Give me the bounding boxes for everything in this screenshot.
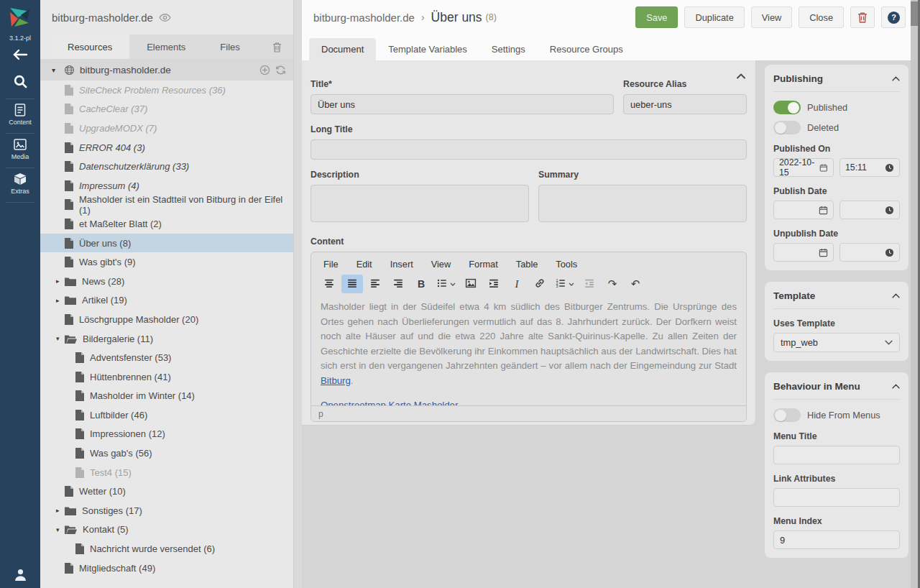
tab-settings[interactable]: Settings: [479, 38, 538, 60]
chevron-up-icon[interactable]: [892, 384, 900, 389]
tab-resource-groups[interactable]: Resource Groups: [538, 38, 635, 60]
link-attributes-input[interactable]: [773, 488, 900, 507]
editor-list-ul-button[interactable]: [433, 275, 459, 293]
editor-menu-tools[interactable]: Tools: [556, 259, 577, 270]
editor-image-button[interactable]: [460, 275, 482, 293]
editor-outdent-button[interactable]: [579, 275, 600, 293]
tree-item[interactable]: ERROR 404 (3): [40, 138, 293, 157]
editor-align-right-button[interactable]: [387, 275, 409, 293]
chevron-up-icon[interactable]: [892, 293, 900, 298]
expand-icon[interactable]: ▸: [56, 277, 65, 285]
modx-logo-icon[interactable]: [7, 5, 33, 31]
editor-content[interactable]: Masholder liegt in der Südeifel etwa 4 k…: [311, 298, 746, 405]
breadcrumb[interactable]: bitburg-masholder.de: [313, 12, 415, 24]
tree-item[interactable]: Impressionen (12): [40, 425, 293, 444]
tree-item[interactable]: ▾Bildergalerie (11): [40, 329, 293, 349]
editor-menu-insert[interactable]: Insert: [390, 259, 413, 270]
collapse-icon[interactable]: ▾: [56, 335, 65, 342]
editor-menu-format[interactable]: Format: [469, 259, 498, 270]
chevron-up-icon[interactable]: [892, 76, 900, 81]
unpublish-date-input[interactable]: [773, 243, 834, 262]
tree-item[interactable]: Über uns (8): [40, 234, 293, 253]
add-resource-icon[interactable]: [259, 65, 270, 75]
tree-item[interactable]: UpgradeMODX (7): [40, 119, 293, 138]
title-input[interactable]: [310, 94, 614, 114]
menu-title-input[interactable]: [773, 446, 900, 464]
tree-root-node[interactable]: ▾ bitburg-masholder.de: [40, 59, 293, 81]
tree-item[interactable]: Masholder im Winter (14): [40, 387, 293, 406]
collapse-icon[interactable]: ▾: [56, 526, 65, 533]
editor-align-justify-button[interactable]: [341, 275, 363, 293]
editor-menu-view[interactable]: View: [431, 259, 451, 270]
tree-item[interactable]: SiteCheck Problem Resources (36): [40, 81, 293, 100]
editor-align-center-button[interactable]: [318, 275, 340, 293]
tree-item[interactable]: Luftbilder (46): [40, 405, 293, 425]
tree-item[interactable]: Nachricht wurde versendet (6): [40, 539, 293, 559]
tab-document[interactable]: Document: [309, 38, 376, 60]
search-button[interactable]: [0, 74, 40, 89]
view-button[interactable]: View: [751, 6, 793, 28]
duplicate-button[interactable]: Duplicate: [684, 6, 744, 28]
tree-item[interactable]: Löschgruppe Masholder (20): [40, 310, 293, 329]
editor-menu-file[interactable]: File: [323, 259, 339, 270]
panel-splitter[interactable]: [293, 0, 302, 588]
tree-item[interactable]: et Maßelter Blatt (2): [40, 214, 293, 234]
publish-time-input[interactable]: [840, 201, 900, 219]
help-button[interactable]: ?: [881, 6, 906, 28]
eye-icon[interactable]: [159, 13, 171, 22]
long-title-input[interactable]: [310, 139, 747, 160]
element-path[interactable]: p: [318, 409, 323, 419]
template-select[interactable]: tmp_web: [773, 333, 900, 352]
publish-date-input[interactable]: [773, 201, 834, 219]
editor-italic-button[interactable]: I: [506, 275, 528, 293]
editor-link-button[interactable]: [529, 275, 551, 293]
scrollbar-thumb[interactable]: [911, 1, 918, 26]
back-button[interactable]: [0, 49, 40, 60]
delete-button[interactable]: [850, 6, 875, 28]
tab-resources[interactable]: Resources: [50, 35, 129, 59]
close-button[interactable]: Close: [799, 6, 844, 28]
tab-elements[interactable]: Elements: [129, 35, 203, 59]
tree-item[interactable]: CacheClear (37): [40, 100, 293, 119]
tree-item[interactable]: ▾Kontakt (5): [40, 520, 293, 540]
published-date-input[interactable]: 2022-10-15: [773, 158, 834, 177]
tree-item[interactable]: ▸News (28): [40, 272, 293, 291]
tree-item[interactable]: Was gab's (56): [40, 444, 293, 463]
expand-icon[interactable]: ▸: [56, 507, 65, 514]
editor-redo-button[interactable]: ↷: [602, 275, 623, 293]
tree-item[interactable]: Adventsfenster (53): [40, 348, 293, 367]
tree-item[interactable]: Wetter (10): [40, 482, 293, 501]
alias-input[interactable]: [623, 94, 747, 114]
summary-input[interactable]: [538, 185, 747, 222]
rail-item-media[interactable]: Media: [0, 137, 40, 160]
tab-files[interactable]: Files: [203, 35, 257, 59]
published-time-input[interactable]: 15:11: [840, 158, 900, 177]
published-toggle[interactable]: [773, 101, 801, 114]
editor-bold-button[interactable]: B: [410, 275, 432, 293]
collapse-icon[interactable]: ▾: [52, 66, 59, 74]
tree-item[interactable]: Impressum (4): [40, 176, 293, 196]
editor-menu-edit[interactable]: Edit: [356, 259, 372, 270]
bitburg-link[interactable]: Bitburg: [321, 375, 351, 386]
user-button[interactable]: [0, 567, 40, 582]
editor-align-left-button[interactable]: [364, 275, 386, 293]
menu-index-input[interactable]: [773, 530, 900, 549]
save-button[interactable]: Save: [635, 6, 678, 28]
refresh-icon[interactable]: [275, 65, 286, 75]
description-input[interactable]: [310, 185, 529, 222]
rail-item-extras[interactable]: Extras: [0, 172, 40, 195]
tree-item[interactable]: Was gibt's (9): [40, 252, 293, 272]
tree-trash-button[interactable]: [272, 35, 282, 59]
editor-list-ol-button[interactable]: 123: [552, 275, 577, 293]
collapse-section-button[interactable]: [737, 69, 745, 82]
scrollbar-track[interactable]: [911, 0, 918, 588]
editor-menu-table[interactable]: Table: [516, 259, 538, 270]
tree-item[interactable]: Hüttenbrennen (41): [40, 367, 293, 387]
editor-indent-button[interactable]: [483, 275, 505, 293]
tree-item[interactable]: ▸Artikel (19): [40, 291, 293, 311]
tree-item[interactable]: Masholder ist ein Stadtteil von Bitburg …: [40, 196, 293, 215]
deleted-toggle[interactable]: [773, 121, 801, 134]
openstreetmap-link[interactable]: Openstreetmap Karte Masholder: [321, 400, 458, 405]
tree-item[interactable]: ▸Sonstiges (17): [40, 501, 293, 520]
editor-undo-button[interactable]: ↶: [625, 275, 646, 293]
